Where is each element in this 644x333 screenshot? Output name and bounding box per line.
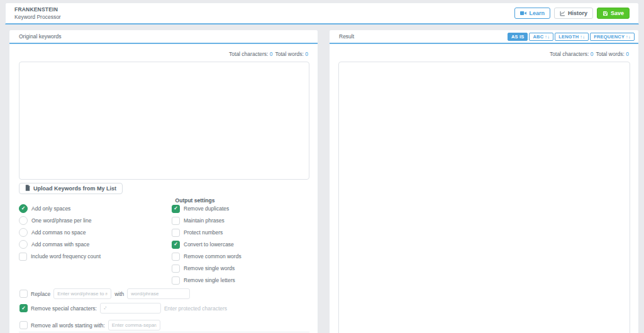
option-add-commas-no-space[interactable]: Add commas no space	[19, 228, 167, 237]
result-total-characters-label: Total characters:	[550, 51, 589, 57]
option-maintain-phrases[interactable]: Maintain phrases	[172, 216, 310, 225]
sort-as-is-button[interactable]: AS IS	[508, 33, 528, 41]
radio-one-word-per-line[interactable]	[19, 216, 28, 225]
learn-button[interactable]: Learn	[514, 8, 550, 19]
divider	[19, 332, 309, 332]
total-characters-value: 0	[270, 51, 273, 57]
checkbox-remove-duplicates[interactable]	[172, 205, 180, 213]
sort-frequency-button[interactable]: FREQUENCY↑↓	[590, 33, 635, 41]
sort-arrows: ↑↓	[580, 34, 585, 40]
page: FRANKENSTEIN Keyword Processor Learn His…	[0, 0, 644, 333]
option-protect-numbers[interactable]: Protect numbers	[172, 228, 310, 237]
checkbox-protect-numbers[interactable]	[172, 229, 180, 237]
replace-label: Replace	[31, 291, 50, 297]
panel-title-original-keywords: Original keywords	[19, 33, 62, 40]
checkbox-remove-single-letters[interactable]	[172, 276, 180, 285]
keywords-textarea[interactable]	[19, 62, 309, 180]
protected-characters-hint: Enter protected characters	[164, 305, 227, 312]
option-convert-to-lowercase[interactable]: Convert to lowercase	[172, 240, 310, 249]
original-totals: Total characters: 0Total words: 0	[229, 51, 308, 57]
save-icon	[602, 11, 608, 16]
radio-add-only-spaces[interactable]	[19, 204, 28, 213]
app-subtitle: Keyword Processor	[14, 14, 61, 20]
sort-abc-button[interactable]: ABC↑↓	[529, 33, 553, 41]
video-icon	[520, 11, 526, 16]
result-total-words-label: Total words:	[596, 51, 625, 57]
output-options-right-column: Remove duplicates Maintain phrases Prote…	[172, 204, 310, 288]
history-button[interactable]: History	[554, 8, 593, 19]
option-add-only-spaces[interactable]: Add only spaces	[19, 204, 167, 213]
option-add-commas-with-space[interactable]: Add commas with space	[19, 240, 167, 249]
replace-to-input[interactable]	[127, 288, 190, 299]
result-total-characters-value: 0	[591, 51, 594, 57]
sort-arrows: ↑↓	[626, 34, 631, 40]
topbar-actions: Learn History Save	[514, 8, 630, 19]
result-total-words-value: 0	[626, 51, 629, 57]
upload-keywords-button[interactable]: Upload Keywords from My List	[19, 183, 123, 194]
checkbox-include-word-frequency[interactable]	[19, 253, 27, 261]
option-remove-duplicates[interactable]: Remove duplicates	[172, 204, 310, 213]
app-header: FRANKENSTEIN Keyword Processor Learn His…	[5, 3, 639, 25]
output-settings-label: Output settings	[9, 197, 318, 204]
checkbox-remove-special-characters[interactable]	[19, 304, 28, 312]
total-words-label: Total words:	[275, 51, 304, 57]
sort-length-button[interactable]: LENGTH↑↓	[555, 33, 589, 41]
with-label: with	[114, 291, 124, 297]
remove-special-characters-label: Remove special characters:	[31, 305, 97, 312]
file-icon	[25, 185, 30, 192]
option-one-word-per-line[interactable]: One word/phrase per line	[19, 216, 167, 225]
app-title-block: FRANKENSTEIN Keyword Processor	[14, 6, 61, 20]
replace-row: Replace with	[19, 288, 190, 299]
chart-icon	[560, 11, 565, 16]
result-output-area	[338, 62, 630, 333]
remove-words-starting-with-row: Remove all words starting with:	[19, 320, 160, 330]
original-keywords-header: Original keywords	[9, 30, 318, 44]
output-options-left-column: Add only spaces One word/phrase per line…	[19, 204, 167, 264]
option-remove-single-letters[interactable]: Remove single letters	[172, 276, 310, 285]
radio-add-commas-no-space[interactable]	[19, 228, 28, 237]
learn-button-label: Learn	[529, 10, 545, 16]
panel-title-result: Result	[339, 33, 354, 40]
checkbox-remove-common-words[interactable]	[172, 253, 180, 261]
option-remove-single-words[interactable]: Remove single words	[172, 264, 310, 273]
checkbox-replace[interactable]	[19, 290, 28, 298]
remove-words-starting-with-label: Remove all words starting with:	[31, 322, 105, 329]
protected-characters-input[interactable]	[100, 303, 161, 314]
option-include-word-frequency[interactable]: Include word frequency count	[19, 252, 167, 261]
prefixes-input[interactable]	[108, 320, 160, 330]
app-title: FRANKENSTEIN	[14, 6, 61, 13]
original-keywords-panel: Original keywords Total characters: 0Tot…	[9, 30, 318, 333]
checkbox-convert-to-lowercase[interactable]	[172, 241, 180, 249]
remove-special-characters-row: Remove special characters: Enter protect…	[19, 303, 227, 314]
result-panel: Result AS IS ABC↑↓ LENGTH↑↓ FREQUENCY↑↓ …	[329, 30, 639, 333]
result-totals: Total characters: 0Total words: 0	[550, 51, 629, 57]
sort-button-group: AS IS ABC↑↓ LENGTH↑↓ FREQUENCY↑↓	[508, 33, 635, 41]
option-remove-common-words[interactable]: Remove common words	[172, 252, 310, 261]
radio-add-commas-with-space[interactable]	[19, 240, 28, 249]
history-button-label: History	[568, 10, 587, 16]
checkbox-remove-words-starting-with[interactable]	[19, 321, 28, 329]
total-characters-label: Total characters:	[229, 51, 268, 57]
result-header: Result AS IS ABC↑↓ LENGTH↑↓ FREQUENCY↑↓	[330, 30, 638, 44]
upload-keywords-label: Upload Keywords from My List	[33, 185, 116, 192]
total-words-value: 0	[305, 51, 308, 57]
save-button-label: Save	[611, 10, 624, 16]
sort-arrows: ↑↓	[545, 34, 550, 40]
replace-from-input[interactable]	[53, 288, 111, 299]
checkbox-remove-single-words[interactable]	[172, 265, 180, 273]
checkbox-maintain-phrases[interactable]	[172, 217, 180, 225]
save-button[interactable]: Save	[597, 8, 630, 19]
